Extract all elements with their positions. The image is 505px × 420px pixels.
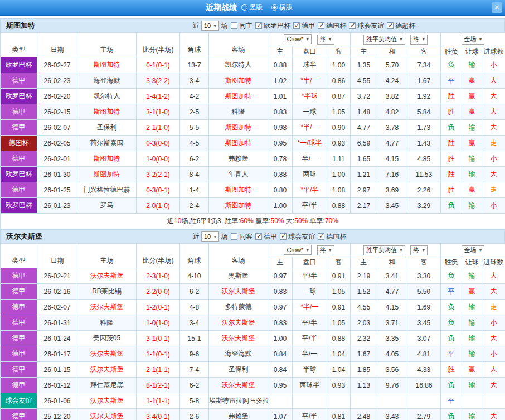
away-team: 奥斯堡	[209, 268, 268, 284]
match-count-select[interactable]: 10	[201, 231, 219, 242]
league-type-badge: 德甲	[1, 346, 37, 362]
matches-table: 类型 日期 主场 比分(半场) 角球 客场 Crow* 终 胜平负均值 终	[0, 243, 505, 420]
bookmaker-select[interactable]: Crow*	[284, 34, 312, 44]
league-type-badge: 德甲	[1, 409, 37, 420]
score: 8-1(2-1)	[137, 378, 180, 393]
league-checkbox[interactable]	[318, 22, 324, 29]
euro-stage-select[interactable]: 终	[410, 35, 428, 45]
league-type-badge: 欧罗巴杯	[1, 89, 37, 104]
league-label: 球会友谊	[288, 232, 315, 242]
scope-select[interactable]: 全场	[462, 35, 485, 45]
score: 0-3(0-1)	[137, 182, 180, 198]
col-home: 主场	[77, 33, 137, 57]
asia-away-odds: 0.88	[327, 198, 351, 214]
corners: 15-1	[180, 331, 209, 346]
away-team: 海登海默	[209, 346, 268, 362]
asia-away-odds: 0.88	[327, 331, 351, 346]
col-euro-home: 主	[351, 257, 377, 268]
asia-stage-select[interactable]: 终	[317, 245, 334, 255]
euro-away-odds: 3.45	[407, 315, 441, 331]
away-team: 斯图加特	[209, 73, 268, 89]
league-checkbox[interactable]	[255, 22, 262, 29]
match-date: 26-02-27	[37, 57, 77, 73]
league-label: 德甲	[302, 21, 315, 31]
record-summary: 近10场,胜6平1负3, 胜率:60% 赢率:50% 大:50% 单率:70%	[1, 214, 505, 229]
league-checkbox[interactable]	[387, 22, 394, 29]
league-type-badge: 德国杯	[1, 136, 37, 151]
league-type-badge: 德甲	[1, 331, 37, 346]
vertical-layout-label[interactable]: 竖版	[249, 3, 263, 11]
euro-draw-odds: 9.76	[377, 378, 407, 393]
asia-away-odds: 0.93	[327, 378, 351, 393]
home-team: 斯图加特	[77, 104, 137, 120]
home-team: 拜仁慕尼黑	[77, 378, 137, 393]
wdl-result: 负	[441, 268, 462, 284]
match-row: 德甲26-02-16RB莱比锡2-2(0-0)6-2沃尔夫斯堡0.83一球1.0…	[1, 284, 505, 300]
same-venue-checkbox[interactable]	[231, 233, 237, 240]
odds-average-select[interactable]: 胜平负均值	[363, 35, 405, 45]
euro-stage-select[interactable]: 终	[410, 245, 428, 255]
goals-result: 走	[482, 182, 505, 198]
away-team: 斯图加特	[209, 120, 268, 136]
wdl-result: 胜	[441, 104, 462, 120]
filters-bar: 近 10 场 同主 欧罗巴杯德甲德国杯球会友谊德超杯	[193, 21, 415, 31]
asia-home-odds: 0.95	[268, 378, 293, 393]
asia-away-odds: 0.91	[327, 300, 351, 315]
euro-home-odds: 1.85	[351, 362, 377, 378]
handicap-result: 赢	[462, 136, 482, 151]
home-team: 圣保利	[77, 120, 137, 136]
euro-away-odds: 4.33	[407, 362, 441, 378]
league-checkbox[interactable]	[280, 233, 287, 240]
asia-line: 平/半	[293, 315, 327, 331]
corners: 5-5	[180, 120, 209, 136]
match-row: 德甲26-01-25门兴格拉德巴赫0-3(0-1)1-4斯图加特0.80*平/半…	[1, 182, 505, 198]
wdl-result: 平	[441, 284, 462, 300]
corners: 6-2	[180, 151, 209, 167]
match-date: 26-01-17	[37, 346, 77, 362]
euro-draw-odds: 3.82	[377, 89, 407, 104]
handicap-result: 赢	[462, 362, 482, 378]
score: 1-4(1-2)	[137, 89, 180, 104]
close-icon[interactable]: ✕	[492, 2, 502, 13]
match-count-select[interactable]: 10	[201, 21, 219, 31]
score: 2-1(1-0)	[137, 120, 180, 136]
euro-home-odds: 4.55	[351, 73, 377, 89]
league-type-badge: 德甲	[1, 104, 37, 120]
asia-away-odds: 1.04	[327, 362, 351, 378]
league-checkbox[interactable]	[293, 22, 300, 29]
euro-home-odds: 2.97	[351, 182, 377, 198]
match-row: 德甲26-02-07沃尔夫斯堡1-2(0-1)4-8多特蒙德0.97*半/一0.…	[1, 300, 505, 315]
asia-line: 球半	[293, 57, 327, 73]
handicap-result: 赢	[462, 182, 482, 198]
league-checkbox[interactable]	[318, 233, 324, 240]
match-date: 26-02-21	[37, 268, 77, 284]
col-asia-home: 主	[268, 257, 293, 268]
match-date: 26-01-06	[37, 393, 77, 409]
horizontal-layout-radio[interactable]	[271, 4, 278, 11]
vertical-layout-radio[interactable]	[241, 4, 247, 11]
asia-home-odds: 0.84	[268, 362, 293, 378]
league-checkbox[interactable]	[255, 233, 262, 240]
score: 3-4(0-1)	[137, 409, 180, 420]
away-team: 斯图加特	[209, 198, 268, 214]
league-checkbox[interactable]	[349, 22, 356, 29]
horizontal-layout-label[interactable]: 横版	[279, 3, 293, 11]
wdl-result: 负	[441, 378, 462, 393]
asia-stage-select[interactable]: 终	[317, 35, 334, 45]
same-venue-checkbox[interactable]	[231, 22, 237, 29]
corners: 2-5	[180, 104, 209, 120]
corners: 9-6	[180, 346, 209, 362]
bookmaker-select[interactable]: Crow*	[284, 245, 312, 255]
home-team: 海登海默	[77, 73, 137, 89]
asia-line	[293, 393, 327, 409]
home-team: 斯图加特	[77, 167, 137, 182]
scope-select[interactable]: 全场	[462, 245, 485, 255]
corners: 3-4	[180, 315, 209, 331]
away-team: 科隆	[209, 104, 268, 120]
odds-average-select[interactable]: 胜平负均值	[363, 245, 405, 255]
asia-away-odds: 0.91	[327, 268, 351, 284]
match-row: 德甲26-02-21沃尔夫斯堡2-3(1-0)4-10奥斯堡0.97平/半0.9…	[1, 268, 505, 284]
euro-away-odds: 3.07	[407, 331, 441, 346]
home-team: 沃尔夫斯堡	[77, 346, 137, 362]
euro-away-odds: 4.85	[407, 151, 441, 167]
